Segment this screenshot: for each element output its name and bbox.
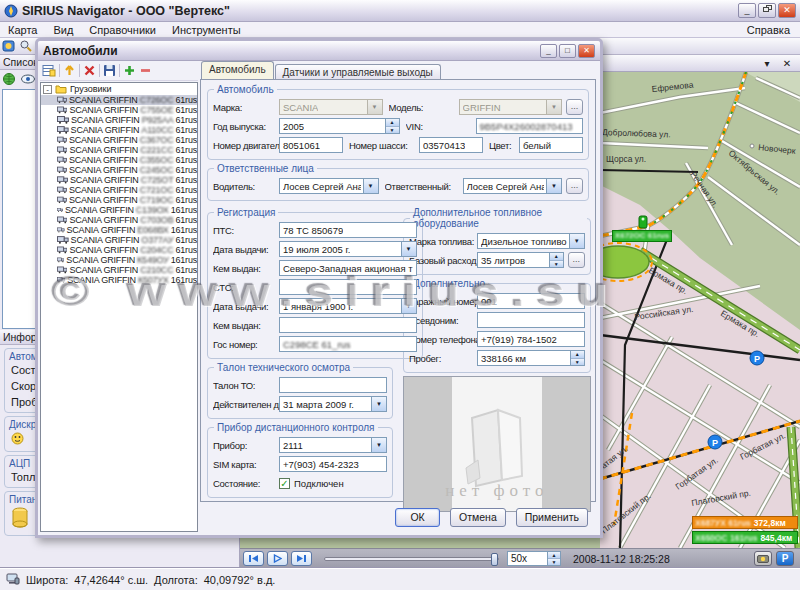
valid-until-picker[interactable]: 31 марта 2009 г.▼ — [279, 396, 387, 412]
menu-item[interactable]: Инструменты — [164, 23, 249, 37]
chevron-down-icon[interactable]: ▼ — [363, 179, 378, 193]
chevron-down-icon[interactable]: ▼ — [401, 242, 416, 256]
vehicle-tree[interactable]: - Грузовики SCANIA GRIFFIN С726ОС 61rus — [40, 82, 198, 532]
minimize-icon[interactable]: _ — [738, 3, 756, 18]
tree-item-vehicle[interactable]: SCANIA GRIFFIN С703ОВ 61rus — [41, 215, 197, 225]
tree-item-vehicle[interactable]: SCANIA GRIFFIN С221СС 61rus — [41, 145, 197, 155]
pts-input[interactable]: 78 ТС 850679 — [279, 222, 417, 238]
tree-item-vehicle[interactable]: SCANIA GRIFFIN С725ОТ 61rus — [41, 175, 197, 185]
tree-item-vehicle[interactable]: SCANIA GRIFFIN С726ОС 61rus — [41, 95, 197, 105]
connected-checkbox[interactable]: ✓ — [279, 478, 290, 489]
nickname-input[interactable] — [477, 312, 585, 328]
chevron-down-icon[interactable]: ▼ — [367, 100, 382, 114]
remove-icon[interactable] — [139, 64, 152, 77]
tree-root-folder[interactable]: - Грузовики — [41, 83, 197, 95]
globe-icon[interactable] — [2, 72, 16, 86]
model-more-button[interactable]: ... — [566, 99, 583, 115]
vin-input[interactable]: 9B5P4X26002870413 — [476, 118, 584, 134]
sts-issuer-input[interactable] — [279, 317, 417, 333]
tree-item-vehicle[interactable]: SCANIA GRIFFIN С721ОС 61rus — [41, 185, 197, 195]
menu-item[interactable]: Вид — [45, 23, 81, 37]
chevron-down-icon[interactable]: ▼ — [569, 234, 584, 248]
mileage-spinner[interactable]: 338166 км▲▼ — [477, 350, 585, 366]
cancel-button[interactable]: Отмена — [450, 508, 506, 527]
fuel-type-combo[interactable]: Дизельное топливо▼ — [477, 233, 585, 249]
spinner-arrows[interactable]: ▲▼ — [570, 351, 584, 365]
tab-vehicle[interactable]: Автомобиль — [201, 61, 274, 79]
vehicle-map-label[interactable]: Х672ОС 61rus — [612, 230, 672, 242]
persons-more-button[interactable]: ... — [566, 178, 583, 194]
tree-item-vehicle[interactable]: SCANIA GRIFFIN О377АУ 61rus — [41, 235, 197, 245]
tab-sensors[interactable]: Датчики и управляемые выходы — [275, 64, 441, 79]
eye-icon[interactable] — [20, 72, 36, 86]
tree-item-vehicle[interactable]: SCANIA GRIFFIN С719ОС 61rus — [41, 195, 197, 205]
menu-item[interactable]: Справочники — [81, 23, 164, 37]
menu-item[interactable]: Карта — [0, 23, 45, 37]
save-icon[interactable] — [103, 64, 116, 77]
parking-toggle-button[interactable]: P — [776, 551, 794, 566]
main-titlebar[interactable]: SIRIUS Navigator - ООО "Вертекс" _ ✕ — [0, 0, 800, 22]
add-icon[interactable] — [123, 64, 136, 77]
tree-item-vehicle[interactable]: SCANIA GRIFFIN С139ОХ 161rus — [41, 205, 197, 215]
chevron-down-icon[interactable]: ▼ — [401, 299, 416, 313]
tree-item-vehicle[interactable]: SCANIA GRIFFIN С210СС 61rus — [41, 265, 197, 275]
skip-end-button[interactable] — [291, 551, 312, 566]
restore-icon[interactable] — [758, 3, 776, 18]
chevron-down-icon[interactable]: ▼ — [371, 438, 386, 452]
phone-input[interactable]: +7(919) 784-1502 — [477, 331, 585, 347]
tree-item-vehicle[interactable]: SCANIA GRIFFIN Р925АА 61rus — [41, 115, 197, 125]
panel-close-icon[interactable]: ✕ — [780, 58, 794, 69]
sts-date-picker[interactable]: 1 января 1900 г.▼ — [279, 298, 417, 314]
chassis-input[interactable]: 03570413 — [419, 137, 483, 153]
parking-icon[interactable]: P — [708, 435, 722, 449]
speed-spinner[interactable]: ▲▼ — [548, 551, 561, 566]
collapse-toggle-icon[interactable]: - — [43, 85, 52, 94]
dialog-minimize-icon[interactable]: _ — [540, 44, 557, 58]
color-input[interactable]: белый — [519, 137, 583, 153]
spinner-arrows[interactable]: ▲▼ — [549, 253, 563, 267]
tree-item-vehicle[interactable]: SCANIA GRIFFIN С245ОС 61rus — [41, 165, 197, 175]
year-spinner[interactable]: 2005▲▼ — [279, 118, 400, 134]
skip-start-button[interactable] — [243, 551, 264, 566]
export-icon[interactable] — [63, 64, 76, 77]
slider-thumb[interactable] — [491, 553, 498, 566]
model-combo[interactable]: GRIFFIN▼ — [459, 99, 563, 115]
sim-input[interactable]: +7(903) 454-2323 — [279, 456, 387, 472]
close-icon[interactable]: ✕ — [778, 3, 796, 18]
responsible-combo[interactable]: Лосев Сергей Анатолье▼ — [463, 178, 563, 194]
talon-input[interactable] — [279, 377, 387, 393]
pts-issuer-input[interactable]: Северо-Западная акционая т — [279, 260, 417, 276]
menu-item-help[interactable]: Справка — [737, 23, 800, 37]
dialog-titlebar[interactable]: Автомобили _ □ ✕ — [38, 41, 600, 61]
marka-combo[interactable]: SCANIA▼ — [279, 99, 383, 115]
panel-collapse-icon[interactable]: ▾ — [760, 58, 774, 69]
device-combo[interactable]: 2111▼ — [279, 437, 387, 453]
gos-number-input[interactable]: С298СЕ 61_rus — [279, 336, 417, 352]
chevron-down-icon[interactable]: ▼ — [546, 179, 561, 193]
chevron-down-icon[interactable]: ▼ — [546, 100, 561, 114]
parking-icon[interactable]: P — [750, 351, 764, 365]
engine-input[interactable]: 8051061 — [279, 137, 343, 153]
spinner-arrows[interactable]: ▲▼ — [385, 119, 399, 133]
tree-item-vehicle[interactable]: SCANIA GRIFFIN С204СС 61rus — [41, 245, 197, 255]
chevron-down-icon[interactable]: ▼ — [371, 397, 386, 411]
tree-item-vehicle[interactable]: SCANIA GRIFFIN С355ОС 61rus — [41, 155, 197, 165]
snapshot-button[interactable] — [754, 551, 772, 566]
tree-item-vehicle[interactable]: SCANIA GRIFFIN С755ОЕ 61rus — [41, 105, 197, 115]
tree-item-vehicle[interactable]: SCANIA GRIFFIN Е068ВХ 161rus — [41, 225, 197, 235]
pts-date-picker[interactable]: 19 июля 2005 г.▼ — [279, 241, 417, 257]
ok-button[interactable]: ОК — [395, 508, 440, 527]
playback-slider[interactable] — [324, 557, 499, 561]
delete-icon[interactable] — [83, 64, 96, 77]
search-icon[interactable] — [19, 39, 33, 53]
tree-item-vehicle[interactable]: SCANIA GRIFFIN К507УХ 161rus — [41, 275, 197, 285]
dialog-close-icon[interactable]: ✕ — [578, 44, 595, 58]
dialog-maximize-icon[interactable]: □ — [559, 44, 576, 58]
card-view-icon[interactable] — [42, 64, 56, 77]
tree-item-vehicle[interactable]: SCANIA GRIFFIN А110СС 61rus — [41, 125, 197, 135]
speed-input[interactable]: 50x — [507, 551, 548, 566]
sts-input[interactable] — [279, 279, 417, 295]
driver-combo[interactable]: Лосев Сергей Анатолье▼ — [279, 178, 379, 194]
vehicle-marker[interactable] — [639, 216, 647, 228]
tree-item-vehicle[interactable]: SCANIA GRIFFIN С367ОС 61rus — [41, 135, 197, 145]
